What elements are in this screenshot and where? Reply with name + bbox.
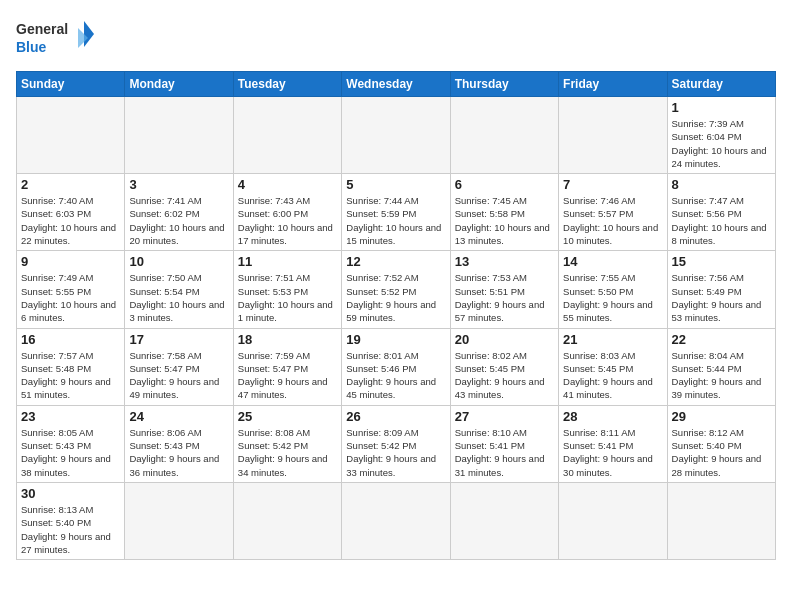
calendar-cell: 6Sunrise: 7:45 AM Sunset: 5:58 PM Daylig… xyxy=(450,174,558,251)
day-number: 9 xyxy=(21,254,120,269)
calendar-cell xyxy=(233,482,341,559)
day-info: Sunrise: 8:10 AM Sunset: 5:41 PM Dayligh… xyxy=(455,426,554,479)
calendar-cell: 26Sunrise: 8:09 AM Sunset: 5:42 PM Dayli… xyxy=(342,405,450,482)
day-number: 25 xyxy=(238,409,337,424)
day-info: Sunrise: 8:09 AM Sunset: 5:42 PM Dayligh… xyxy=(346,426,445,479)
day-info: Sunrise: 7:53 AM Sunset: 5:51 PM Dayligh… xyxy=(455,271,554,324)
day-info: Sunrise: 8:06 AM Sunset: 5:43 PM Dayligh… xyxy=(129,426,228,479)
day-number: 21 xyxy=(563,332,662,347)
day-info: Sunrise: 7:58 AM Sunset: 5:47 PM Dayligh… xyxy=(129,349,228,402)
calendar-cell xyxy=(17,97,125,174)
page-header: General Blue xyxy=(16,16,776,61)
day-info: Sunrise: 7:41 AM Sunset: 6:02 PM Dayligh… xyxy=(129,194,228,247)
calendar-cell: 24Sunrise: 8:06 AM Sunset: 5:43 PM Dayli… xyxy=(125,405,233,482)
day-number: 30 xyxy=(21,486,120,501)
day-info: Sunrise: 8:12 AM Sunset: 5:40 PM Dayligh… xyxy=(672,426,771,479)
day-number: 24 xyxy=(129,409,228,424)
calendar-cell: 9Sunrise: 7:49 AM Sunset: 5:55 PM Daylig… xyxy=(17,251,125,328)
day-number: 23 xyxy=(21,409,120,424)
day-info: Sunrise: 8:01 AM Sunset: 5:46 PM Dayligh… xyxy=(346,349,445,402)
svg-text:Blue: Blue xyxy=(16,39,47,55)
day-number: 13 xyxy=(455,254,554,269)
day-info: Sunrise: 7:59 AM Sunset: 5:47 PM Dayligh… xyxy=(238,349,337,402)
day-number: 7 xyxy=(563,177,662,192)
logo: General Blue xyxy=(16,16,96,61)
calendar-cell: 23Sunrise: 8:05 AM Sunset: 5:43 PM Dayli… xyxy=(17,405,125,482)
calendar-row: 23Sunrise: 8:05 AM Sunset: 5:43 PM Dayli… xyxy=(17,405,776,482)
calendar-row: 9Sunrise: 7:49 AM Sunset: 5:55 PM Daylig… xyxy=(17,251,776,328)
calendar-cell xyxy=(559,482,667,559)
weekday-header-friday: Friday xyxy=(559,72,667,97)
day-info: Sunrise: 8:13 AM Sunset: 5:40 PM Dayligh… xyxy=(21,503,120,556)
weekday-header-sunday: Sunday xyxy=(17,72,125,97)
day-info: Sunrise: 7:51 AM Sunset: 5:53 PM Dayligh… xyxy=(238,271,337,324)
calendar-cell: 22Sunrise: 8:04 AM Sunset: 5:44 PM Dayli… xyxy=(667,328,775,405)
calendar-cell xyxy=(667,482,775,559)
day-info: Sunrise: 7:56 AM Sunset: 5:49 PM Dayligh… xyxy=(672,271,771,324)
day-info: Sunrise: 7:43 AM Sunset: 6:00 PM Dayligh… xyxy=(238,194,337,247)
calendar-cell xyxy=(342,97,450,174)
day-info: Sunrise: 7:44 AM Sunset: 5:59 PM Dayligh… xyxy=(346,194,445,247)
calendar-cell: 12Sunrise: 7:52 AM Sunset: 5:52 PM Dayli… xyxy=(342,251,450,328)
day-number: 19 xyxy=(346,332,445,347)
calendar-row: 16Sunrise: 7:57 AM Sunset: 5:48 PM Dayli… xyxy=(17,328,776,405)
calendar-cell: 28Sunrise: 8:11 AM Sunset: 5:41 PM Dayli… xyxy=(559,405,667,482)
calendar-cell xyxy=(450,97,558,174)
day-info: Sunrise: 7:52 AM Sunset: 5:52 PM Dayligh… xyxy=(346,271,445,324)
day-number: 26 xyxy=(346,409,445,424)
calendar-cell xyxy=(233,97,341,174)
day-number: 14 xyxy=(563,254,662,269)
day-info: Sunrise: 8:04 AM Sunset: 5:44 PM Dayligh… xyxy=(672,349,771,402)
svg-text:General: General xyxy=(16,21,68,37)
calendar-row: 2Sunrise: 7:40 AM Sunset: 6:03 PM Daylig… xyxy=(17,174,776,251)
day-number: 29 xyxy=(672,409,771,424)
day-number: 8 xyxy=(672,177,771,192)
day-number: 20 xyxy=(455,332,554,347)
calendar-row: 1Sunrise: 7:39 AM Sunset: 6:04 PM Daylig… xyxy=(17,97,776,174)
day-info: Sunrise: 8:02 AM Sunset: 5:45 PM Dayligh… xyxy=(455,349,554,402)
calendar-cell: 14Sunrise: 7:55 AM Sunset: 5:50 PM Dayli… xyxy=(559,251,667,328)
day-number: 15 xyxy=(672,254,771,269)
day-number: 11 xyxy=(238,254,337,269)
day-info: Sunrise: 7:45 AM Sunset: 5:58 PM Dayligh… xyxy=(455,194,554,247)
calendar-cell: 2Sunrise: 7:40 AM Sunset: 6:03 PM Daylig… xyxy=(17,174,125,251)
day-number: 10 xyxy=(129,254,228,269)
day-number: 12 xyxy=(346,254,445,269)
calendar-cell xyxy=(450,482,558,559)
calendar-cell: 1Sunrise: 7:39 AM Sunset: 6:04 PM Daylig… xyxy=(667,97,775,174)
day-number: 16 xyxy=(21,332,120,347)
calendar-cell: 11Sunrise: 7:51 AM Sunset: 5:53 PM Dayli… xyxy=(233,251,341,328)
calendar-cell: 13Sunrise: 7:53 AM Sunset: 5:51 PM Dayli… xyxy=(450,251,558,328)
day-number: 3 xyxy=(129,177,228,192)
weekday-header-row: SundayMondayTuesdayWednesdayThursdayFrid… xyxy=(17,72,776,97)
calendar-cell: 30Sunrise: 8:13 AM Sunset: 5:40 PM Dayli… xyxy=(17,482,125,559)
day-number: 1 xyxy=(672,100,771,115)
calendar-cell: 7Sunrise: 7:46 AM Sunset: 5:57 PM Daylig… xyxy=(559,174,667,251)
day-info: Sunrise: 7:40 AM Sunset: 6:03 PM Dayligh… xyxy=(21,194,120,247)
calendar-cell: 8Sunrise: 7:47 AM Sunset: 5:56 PM Daylig… xyxy=(667,174,775,251)
weekday-header-saturday: Saturday xyxy=(667,72,775,97)
calendar-cell: 20Sunrise: 8:02 AM Sunset: 5:45 PM Dayli… xyxy=(450,328,558,405)
weekday-header-wednesday: Wednesday xyxy=(342,72,450,97)
day-info: Sunrise: 7:39 AM Sunset: 6:04 PM Dayligh… xyxy=(672,117,771,170)
day-info: Sunrise: 7:57 AM Sunset: 5:48 PM Dayligh… xyxy=(21,349,120,402)
day-info: Sunrise: 7:46 AM Sunset: 5:57 PM Dayligh… xyxy=(563,194,662,247)
day-number: 22 xyxy=(672,332,771,347)
calendar-cell xyxy=(125,97,233,174)
day-info: Sunrise: 8:05 AM Sunset: 5:43 PM Dayligh… xyxy=(21,426,120,479)
calendar-cell: 27Sunrise: 8:10 AM Sunset: 5:41 PM Dayli… xyxy=(450,405,558,482)
logo-svg: General Blue xyxy=(16,16,96,61)
day-info: Sunrise: 7:50 AM Sunset: 5:54 PM Dayligh… xyxy=(129,271,228,324)
day-info: Sunrise: 7:47 AM Sunset: 5:56 PM Dayligh… xyxy=(672,194,771,247)
day-number: 18 xyxy=(238,332,337,347)
calendar-cell xyxy=(342,482,450,559)
day-info: Sunrise: 7:55 AM Sunset: 5:50 PM Dayligh… xyxy=(563,271,662,324)
calendar-cell: 18Sunrise: 7:59 AM Sunset: 5:47 PM Dayli… xyxy=(233,328,341,405)
svg-marker-2 xyxy=(84,21,94,47)
calendar-cell: 25Sunrise: 8:08 AM Sunset: 5:42 PM Dayli… xyxy=(233,405,341,482)
calendar-cell xyxy=(559,97,667,174)
day-info: Sunrise: 8:11 AM Sunset: 5:41 PM Dayligh… xyxy=(563,426,662,479)
calendar-cell: 19Sunrise: 8:01 AM Sunset: 5:46 PM Dayli… xyxy=(342,328,450,405)
day-number: 17 xyxy=(129,332,228,347)
calendar-cell xyxy=(125,482,233,559)
